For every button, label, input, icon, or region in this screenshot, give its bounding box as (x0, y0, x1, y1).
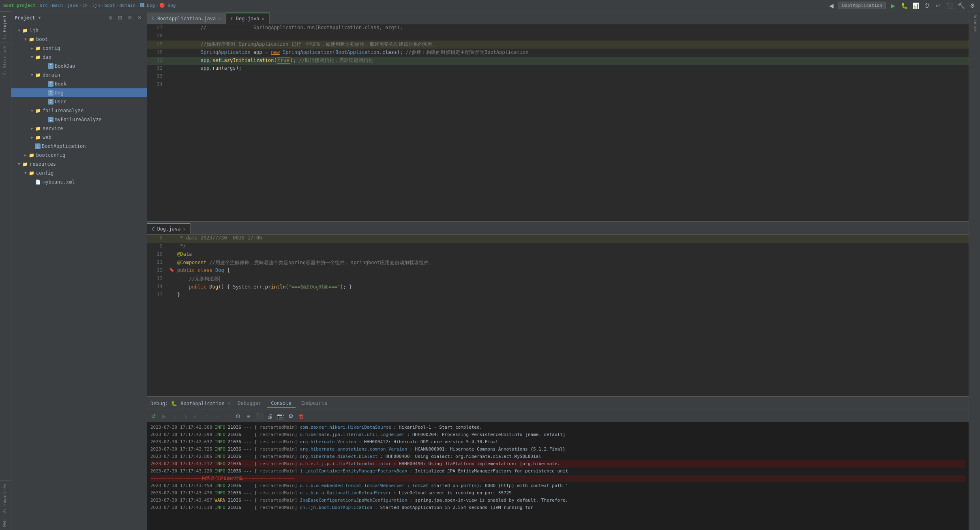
stop-button[interactable]: ⬛ (945, 1, 954, 10)
print-button[interactable]: 🖨 (265, 411, 274, 421)
expand-arrow[interactable]: ▼ (16, 28, 22, 33)
tree-item-ljh[interactable]: ▼ 📁 ljh (11, 26, 147, 35)
log-line: 2023-07-30 17:17:42.508 INFO 21036 --- [… (150, 424, 965, 431)
tab-close-btn[interactable]: ✕ (262, 17, 264, 21)
tabs-bar-bottom: C Dog.java ✕ (147, 222, 969, 235)
settings2-button[interactable]: ⚙ (286, 411, 296, 421)
code-line: 34 (147, 81, 969, 89)
tree-item-User[interactable]: C User (11, 97, 147, 106)
tab-label: Dog.java (157, 226, 181, 232)
tab-BootApplication[interactable]: C BootApplication.java ✕ (147, 13, 226, 24)
log-line: 2023-07-30 17:17:42.599 INFO 21036 --- [… (150, 431, 965, 438)
tree-item-Dog[interactable]: C Dog (11, 88, 147, 97)
code-line: 11 @Component //用这个注解修饰，意味着这个类是spring容器中… (147, 259, 969, 267)
tree-label: BookDao (55, 63, 75, 69)
tab-Dog-bottom[interactable]: C Dog.java ✕ (147, 223, 191, 234)
expand-arrow[interactable]: ▼ (29, 72, 35, 78)
tree-item-domain[interactable]: ▼ 📁 domain (11, 71, 147, 79)
expand-arrow[interactable]: ▼ (23, 36, 28, 42)
settings-button[interactable]: ⚙ (968, 1, 977, 10)
code-line: 13 //无参构造器 (147, 275, 969, 283)
stop-debug-button[interactable]: ⬛ (254, 411, 264, 421)
run-button[interactable]: ▶ (888, 1, 897, 10)
debug-title-label: Debug: (150, 401, 168, 406)
tree-item-BookDao[interactable]: C BookDao (11, 62, 147, 71)
restart-debug-button[interactable]: ↺ (149, 411, 159, 421)
favorites-tab-label[interactable]: 2: Favorites (0, 480, 11, 516)
tree-item-failureanalyze[interactable]: ▼ 📁 failureanalyze (11, 106, 147, 115)
tree-label: config (43, 45, 60, 51)
code-line: 8 * date 2023/7/30 0030 17:06 (147, 235, 969, 243)
debug-button[interactable]: 🐛 (900, 1, 909, 10)
tab-Dog-top[interactable]: C Dog.java ✕ (226, 13, 269, 24)
gear-icon-button[interactable]: ⚙ (126, 14, 134, 22)
console-output[interactable]: 2023-07-30 17:17:42.508 INFO 21036 --- [… (147, 422, 969, 530)
tab-close-btn[interactable]: ✕ (218, 16, 221, 21)
step-over-button[interactable]: ↓ (170, 411, 180, 421)
web-tab-label[interactable]: Web (0, 516, 11, 530)
evaluate-button[interactable]: ⌗ (223, 411, 232, 421)
debug-tabs: Debugger Console Endpoints (234, 400, 331, 408)
code-line: 27 // SpringApplication.run(BootApplicat… (147, 24, 969, 32)
log-level-warn: WARN (214, 497, 225, 504)
expand-arrow[interactable]: ▶ (23, 152, 28, 158)
code-editor-bottom[interactable]: 8 * date 2023/7/30 0030 17:06 9 */ 10 (147, 235, 969, 396)
force-step-into-button[interactable]: ↙ (191, 411, 201, 421)
step-out-button[interactable]: ↑ (202, 411, 211, 421)
camera-button[interactable]: 📷 (275, 411, 285, 421)
right-tab-science[interactable]: Science (969, 11, 980, 35)
tree-item-mybeans[interactable]: 📄 mybeans.xml (11, 177, 147, 186)
debug-tab-endpoints[interactable]: Endpoints (297, 400, 332, 408)
settings-debug-button[interactable]: ≡ (244, 411, 253, 421)
tree-item-Book[interactable]: C Book (11, 79, 147, 88)
tree-item-web[interactable]: ▶ 📁 web (11, 133, 147, 142)
breadcrumb-project[interactable]: boot_project (3, 3, 35, 8)
tree-item-boot[interactable]: ▼ 📁 boot (11, 35, 147, 44)
close-panel-button[interactable]: ✕ (135, 14, 144, 22)
expand-arrow[interactable]: ▶ (29, 45, 35, 51)
run-to-cursor-button[interactable]: → (212, 411, 222, 421)
debug-tab-close[interactable]: ✕ (228, 401, 231, 406)
folder-icon: 📁 (35, 134, 41, 141)
tree-item-dao[interactable]: ▼ 📁 dao (11, 53, 147, 62)
expand-arrow[interactable]: ▶ (29, 126, 35, 131)
tree-item-bootconfig[interactable]: ▶ 📁 bootconfig (11, 151, 147, 160)
folder-icon: 📁 (35, 72, 41, 78)
mute-breakpoints-button[interactable]: ⊙ (233, 411, 243, 421)
debug-tab-console[interactable]: Console (267, 400, 296, 408)
editor-pane-top: C BootApplication.java ✕ C Dog.java ✕ 27 (147, 11, 969, 222)
collapse-all-button[interactable]: ⊟ (116, 14, 124, 22)
tree-item-service[interactable]: ▶ 📁 service (11, 124, 147, 133)
panel-icons: ⊕ ⊟ ⚙ ✕ (106, 14, 144, 22)
clear-console-button[interactable]: 🗑 (296, 411, 306, 421)
tree-item-resources-config[interactable]: ▼ 📁 config (11, 169, 147, 177)
tree-item-myFailureAnalyze[interactable]: C myFailureAnalyze (11, 115, 147, 124)
expand-arrow[interactable]: ▼ (29, 108, 35, 113)
class-icon: C (48, 90, 54, 96)
run-config-selector[interactable]: BootApplication (838, 2, 886, 9)
project-panel: Project ▼ ⊕ ⊟ ⚙ ✕ ▼ 📁 ljh ▼ 📁 boot (11, 11, 147, 530)
expand-arrow[interactable]: ▼ (23, 170, 28, 176)
debug-tab-debugger[interactable]: Debugger (234, 400, 265, 408)
coverage-button[interactable]: 📊 (911, 1, 920, 10)
tab-close-btn[interactable]: ✕ (183, 227, 185, 231)
expand-arrow[interactable]: ▼ (16, 161, 22, 167)
step-into-button[interactable]: ↘ (180, 411, 190, 421)
tree-item-resources[interactable]: ▼ 📁 resources (11, 160, 147, 169)
java-class-icon: C (152, 16, 155, 21)
expand-arrow[interactable]: ▶ (29, 135, 35, 140)
code-editor-top[interactable]: 27 // SpringApplication.run(BootApplicat… (147, 24, 969, 221)
resume-button[interactable]: ▶ (159, 411, 169, 421)
back-button[interactable]: ◀ (827, 1, 836, 10)
expand-arrow[interactable]: ▼ (29, 54, 35, 60)
tree-item-BootApplication[interactable]: C BootApplication (11, 142, 147, 151)
tree-item-config[interactable]: ▶ 📁 config (11, 44, 147, 53)
profile-button[interactable]: ⏱ (922, 1, 931, 10)
project-tab-label[interactable]: 1: Project (0, 11, 11, 43)
tree-label: BootApplication (42, 143, 86, 149)
structure-tab-label[interactable]: 2: Structure (0, 43, 11, 79)
build-button[interactable]: 🔨 (956, 1, 965, 10)
locate-button[interactable]: ⊕ (106, 14, 114, 22)
refresh-button[interactable]: ↩ (934, 1, 943, 10)
code-line-highlighted: 31 app.setLazyInitialization(true); //取消… (147, 57, 969, 65)
